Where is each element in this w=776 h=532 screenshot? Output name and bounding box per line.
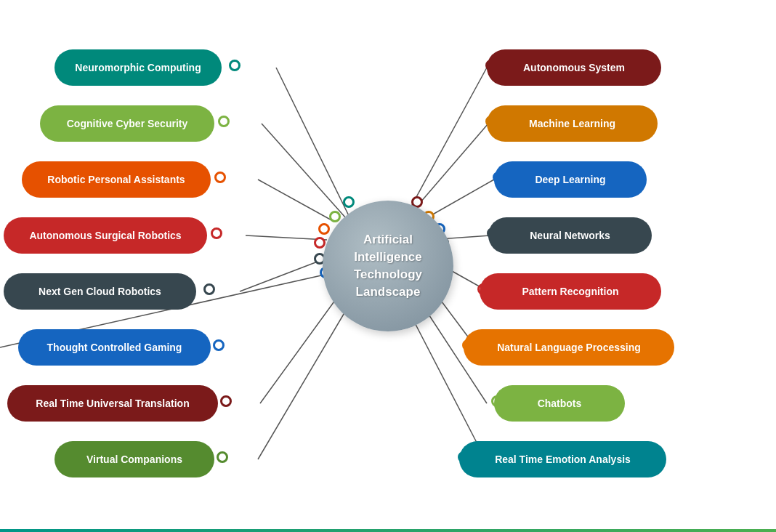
diagram-container: Artificial IntelligenceTechnologyLandsca… <box>0 0 776 532</box>
dot-virtual-end <box>217 451 228 463</box>
node-deep-learning: Deep Learning <box>494 161 647 198</box>
node-virtual: Virtual Companions <box>54 441 214 477</box>
node-nlp: Natural Language Processing <box>464 329 674 366</box>
center-node: Artificial IntelligenceTechnologyLandsca… <box>323 201 453 331</box>
node-pattern: Pattern Recognition <box>480 273 661 310</box>
node-autonomous-surgical: Autonomous Surgical Robotics <box>4 217 207 254</box>
dot-robotic-end <box>214 172 226 183</box>
node-thought: Thought Controlled Gaming <box>18 329 211 366</box>
svg-line-1 <box>262 124 346 218</box>
node-translation: Real Time Universal Translation <box>7 385 218 422</box>
dot-cognitive <box>329 211 341 222</box>
node-robotic: Robotic Personal Assistants <box>22 161 211 198</box>
node-chatbots: Chatbots <box>494 385 625 422</box>
node-nextgen: Next Gen Cloud Robotics <box>4 273 196 310</box>
node-neuromorphic: Neuromorphic Computing <box>54 49 222 86</box>
node-emotion: Real Time Emotion Analysis <box>459 441 666 477</box>
node-autonomous-sys: Autonomous System <box>487 49 661 86</box>
dot-translation-end <box>220 395 232 407</box>
node-neural-networks: Neural Networks <box>488 217 652 254</box>
dot-neuromorphic <box>343 196 355 208</box>
svg-line-4 <box>240 258 327 291</box>
svg-line-2 <box>258 180 334 222</box>
dot-cognitive-end <box>218 116 230 127</box>
dot-nextgen-end <box>203 283 215 295</box>
dot-surgical-end <box>211 227 222 239</box>
node-machine-learning: Machine Learning <box>487 105 658 142</box>
center-label: Artificial IntelligenceTechnologyLandsca… <box>323 224 453 307</box>
node-cognitive: Cognitive Cyber Security <box>40 105 214 142</box>
svg-line-7 <box>258 291 357 459</box>
dot-thought-end <box>213 339 225 351</box>
dot-neuromorphic-end <box>229 60 241 71</box>
